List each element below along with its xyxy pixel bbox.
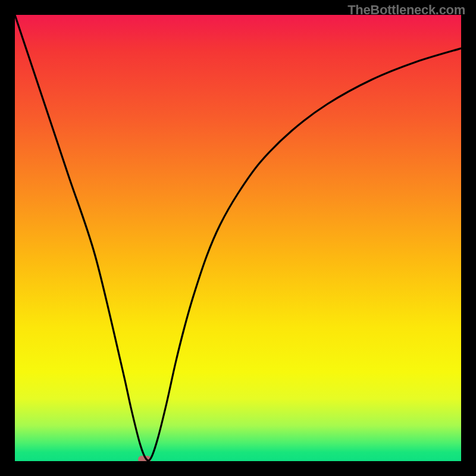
chart-frame: TheBottleneck.com [0,0,476,476]
watermark-text: TheBottleneck.com [347,2,465,18]
bottleneck-curve [15,15,461,461]
plot-area [15,15,461,461]
